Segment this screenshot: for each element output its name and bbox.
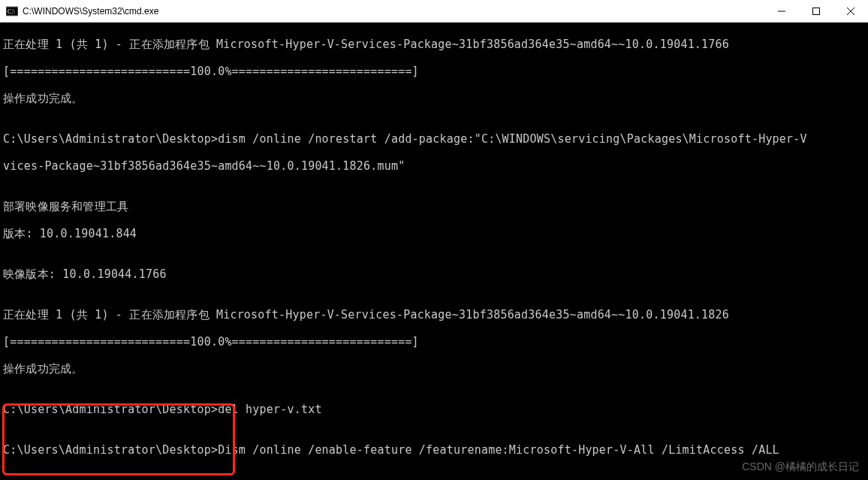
progress-line: [==========================100.0%=======… (3, 65, 865, 78)
prompt-line: C:\Users\Administrator\Desktop>Dism /onl… (3, 443, 865, 457)
window-title: C:\WINDOWS\System32\cmd.exe (23, 6, 764, 17)
output-line: 部署映像服务和管理工具 (3, 200, 865, 213)
window-controls (764, 0, 868, 22)
output-line: 操作成功完成。 (3, 92, 865, 105)
output-line: 映像版本: 10.0.19044.1766 (3, 267, 865, 281)
svg-text:C:\: C:\ (8, 8, 16, 15)
cmd-icon: C:\ (6, 5, 18, 17)
prompt-line: C:\Users\Administrator\Desktop>dism /onl… (3, 132, 865, 146)
output-line: 操作成功完成。 (3, 362, 865, 376)
svg-rect-3 (813, 8, 820, 14)
output-line: 正在处理 1 (共 1) - 正在添加程序包 Microsoft-Hyper-V… (3, 38, 865, 51)
prompt-line: C:\Users\Administrator\Desktop>del hyper… (3, 403, 865, 416)
output-line: vices-Package~31bf3856ad364e35~amd64~~10… (3, 159, 865, 173)
title-bar[interactable]: C:\ C:\WINDOWS\System32\cmd.exe (0, 0, 868, 23)
terminal-output[interactable]: 正在处理 1 (共 1) - 正在添加程序包 Microsoft-Hyper-V… (0, 23, 868, 480)
watermark: CSDN @橘橘的成长日记 (742, 460, 859, 474)
output-line: 正在处理 1 (共 1) - 正在添加程序包 Microsoft-Hyper-V… (3, 308, 865, 322)
minimize-button[interactable] (764, 0, 799, 22)
maximize-button[interactable] (799, 0, 833, 22)
progress-line: [==========================100.0%=======… (3, 335, 865, 349)
output-line: 版本: 10.0.19041.844 (3, 227, 865, 240)
close-button[interactable] (833, 0, 868, 22)
